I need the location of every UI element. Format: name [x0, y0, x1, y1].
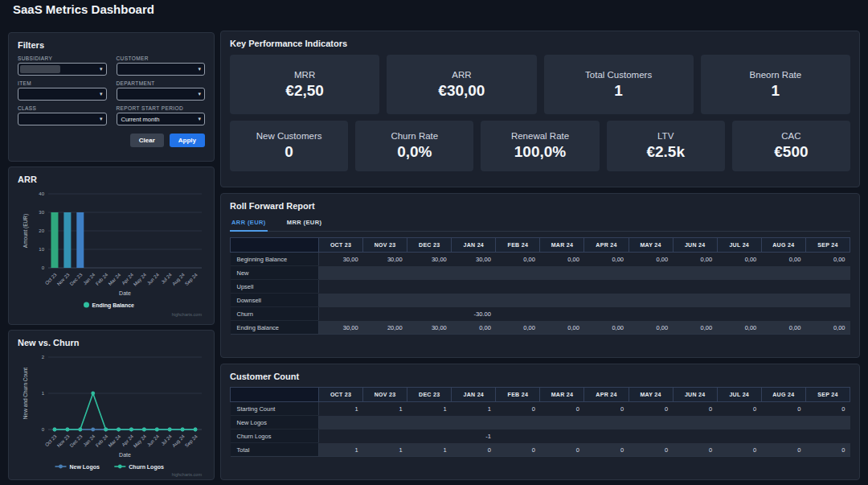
table-cell: 1	[319, 443, 363, 457]
svg-text:20: 20	[39, 228, 44, 233]
table-cell	[761, 307, 805, 321]
filters-title: Filters	[18, 40, 205, 50]
row-label: Starting Count	[231, 402, 319, 416]
svg-text:Mar 24: Mar 24	[108, 434, 122, 448]
table-cell	[673, 430, 717, 443]
report-start-period-select[interactable]: Current month▾	[117, 113, 206, 125]
table-cell	[761, 430, 805, 443]
table-cell: 1	[319, 402, 363, 416]
table-cell: 0	[717, 443, 761, 457]
svg-text:Mar 24: Mar 24	[108, 272, 122, 286]
arr-bar-chart: 010203040Amount (EUR)Oct 23Nov 23Dec 23J…	[18, 186, 208, 321]
table-cell	[628, 280, 673, 294]
table-cell	[717, 307, 761, 321]
filter-field-class: CLASS▾	[18, 101, 107, 125]
svg-text:1: 1	[42, 391, 45, 396]
table-cell: 0	[452, 443, 496, 457]
new-vs-churn-line-chart: 012New and Churn CountOct 23Nov 23Dec 23…	[18, 349, 208, 478]
legend-churn-logos[interactable]: Churn Logos	[114, 464, 164, 471]
filter-label: REPORT START PERIOD	[117, 105, 206, 111]
subsidiary-select[interactable]: ▾	[18, 63, 107, 76]
legend-new-logos[interactable]: New Logos	[55, 464, 100, 471]
corner-cell	[231, 388, 319, 402]
point-churn-logos	[53, 428, 57, 432]
table-cell: 0	[628, 443, 673, 457]
month-column-header: APR 24	[584, 238, 628, 253]
table-cell: 0	[717, 402, 761, 416]
table-header-row: OCT 23NOV 23DEC 23JAN 24FEB 24MAR 24APR …	[231, 238, 850, 253]
table-cell	[761, 416, 805, 430]
table-cell	[496, 294, 540, 307]
tab-arr-eur[interactable]: ARR (EUR)	[230, 216, 268, 232]
table-cell	[319, 416, 363, 430]
table-cell: 0,00	[673, 253, 717, 266]
table-cell	[407, 307, 452, 321]
month-column-header: SEP 24	[805, 388, 850, 402]
department-select[interactable]: ▾	[117, 88, 206, 101]
roll-forward-panel: Roll Forward Report ARR (EUR)MRR (EUR) O…	[220, 193, 860, 358]
tab-mrr-eur[interactable]: MRR (EUR)	[285, 216, 324, 231]
month-column-header: FEB 24	[496, 238, 540, 253]
table-cell	[584, 416, 628, 430]
class-select[interactable]: ▾	[18, 113, 107, 125]
point-churn-logos	[65, 428, 69, 432]
apply-button[interactable]: Apply	[170, 134, 205, 147]
row-label: Downsell	[231, 294, 319, 307]
month-column-header: SEP 24	[805, 238, 850, 253]
table-row-ending-balance: Ending Balance30,0020,0030,000,000,000,0…	[231, 321, 850, 335]
filter-label: CLASS	[18, 105, 107, 111]
customer-select[interactable]: ▾	[117, 63, 206, 76]
customer-count-panel: Customer Count OCT 23NOV 23DEC 23JAN 24F…	[220, 364, 860, 480]
table-cell: 0,00	[628, 253, 673, 266]
table-cell: 1	[407, 443, 452, 457]
table-cell: 0	[584, 402, 628, 416]
legend-marker-icon	[118, 465, 122, 469]
table-cell	[628, 307, 673, 321]
month-column-header: MAY 24	[628, 238, 673, 253]
svg-text:May 24: May 24	[133, 272, 148, 287]
month-column-header: NOV 23	[363, 388, 407, 402]
svg-text:May 24: May 24	[133, 434, 148, 449]
table-cell: 0,00	[805, 253, 850, 266]
month-column-header: AUG 24	[761, 388, 805, 402]
point-new-logos	[91, 428, 95, 432]
table-cell: 0,00	[540, 253, 584, 266]
table-cell	[319, 280, 363, 294]
svg-text:Amount (EUR): Amount (EUR)	[23, 214, 29, 248]
table-cell	[628, 430, 673, 443]
new-vs-churn-title: New vs. Churn	[18, 338, 205, 347]
svg-text:40: 40	[39, 191, 44, 196]
table-cell: 0	[673, 402, 717, 416]
svg-text:2: 2	[42, 355, 45, 360]
table-cell	[363, 416, 407, 430]
legend-ending-balance[interactable]: Ending Balance	[84, 302, 134, 309]
customer-count-table: OCT 23NOV 23DEC 23JAN 24FEB 24MAR 24APR …	[230, 387, 850, 457]
table-cell	[717, 266, 761, 280]
table-header-row: OCT 23NOV 23DEC 23JAN 24FEB 24MAR 24APR …	[231, 388, 850, 402]
table-cell	[628, 416, 673, 430]
table-cell	[584, 266, 628, 280]
table-cell	[496, 430, 540, 443]
clear-button[interactable]: Clear	[130, 134, 164, 147]
select-value: Current month	[121, 116, 160, 123]
table-cell	[540, 307, 584, 321]
month-column-header: NOV 23	[363, 238, 407, 253]
svg-text:Churn Logos: Churn Logos	[129, 464, 164, 471]
filter-field-subsidiary: SUBSIDIARY▾	[18, 51, 107, 76]
chevron-down-icon: ▾	[100, 66, 103, 72]
kpi-card-ltv: LTV€2.5k	[607, 121, 725, 171]
kpi-card-arr: ARR€30,00	[387, 55, 536, 114]
table-cell: 20,00	[363, 321, 407, 335]
filter-field-report-start-period: REPORT START PERIODCurrent month▾	[117, 101, 206, 125]
svg-text:10: 10	[39, 247, 44, 252]
table-cell	[717, 430, 761, 443]
chevron-down-icon: ▾	[198, 91, 201, 97]
table-cell: 1	[452, 402, 496, 416]
table-cell: 0,00	[540, 321, 584, 335]
bar-dec-23	[76, 212, 84, 268]
table-row-new-logos: New Logos	[231, 416, 850, 430]
svg-text:Aug 24: Aug 24	[171, 272, 186, 286]
table-cell: 1	[363, 443, 407, 457]
kpi-card-renewal-rate: Renewal Rate100,0%	[481, 121, 599, 171]
item-select[interactable]: ▾	[18, 88, 107, 101]
